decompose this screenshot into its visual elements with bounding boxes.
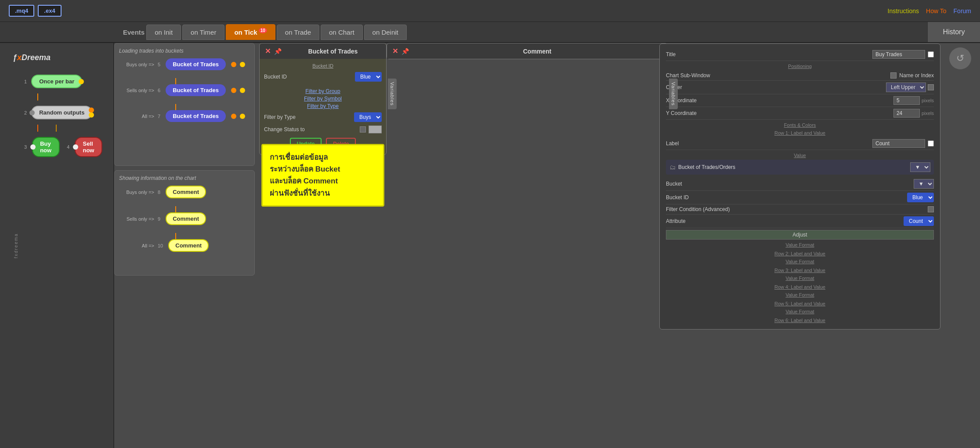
bucket-orders-label: Bucket of Trades/Orders	[678, 164, 735, 170]
forum-link[interactable]: Forum	[954, 7, 971, 14]
node-once-per-bar[interactable]: Once per bar	[31, 75, 82, 88]
sidebar-vertical-label: fxdreema	[14, 233, 18, 258]
chart-subwindow-checkbox[interactable]	[890, 72, 897, 79]
popup-bucket-title: Bucket of Trades	[285, 48, 381, 55]
tab-on-deinit[interactable]: on Deinit	[364, 25, 407, 40]
popup-close-bucket[interactable]: ✕	[265, 47, 271, 55]
popup-comment: ✕ 📌 Comment Title Positioning Chart Sub-…	[387, 43, 668, 59]
bucket-btn-5[interactable]: Bucket of Trades	[166, 58, 226, 70]
howto-link[interactable]: How To	[926, 7, 946, 14]
bucket-btn-6[interactable]: Bucket of Trades	[166, 84, 226, 96]
annotation-line2: ระหว่างบล็อค Bucket	[270, 163, 376, 175]
popup-comment-body: Title Positioning Chart Sub-Window Name …	[659, 43, 940, 330]
content-area: Loading trades into buckets Buys only =>…	[114, 43, 980, 448]
bucket-section-title: Bucket ID	[264, 63, 382, 68]
bucket-num-7: 7	[158, 114, 160, 119]
node-row-2: 2 Random outputs	[11, 106, 102, 119]
bucket-select[interactable]: ▼	[914, 179, 934, 189]
bucket-orders-row: 🗂 Bucket of Trades/Orders ▼	[666, 160, 934, 175]
popup-pin-comment[interactable]: 📌	[401, 48, 409, 55]
conn-line-2a	[37, 125, 38, 132]
bucket-num-6: 6	[158, 88, 160, 93]
trade-row-3: All => 7 Bucket of Trades	[119, 110, 250, 122]
comment-row-1: Buys only => 8 Comment	[119, 186, 250, 198]
y-coord-row: Y Coordinate pixels	[666, 107, 934, 120]
annotation-box: การเชื่อมต่อข้อมูล ระหว่างบล็อค Bucket แ…	[261, 144, 384, 207]
popup-close-comment[interactable]: ✕	[392, 47, 398, 55]
ex4-button[interactable]: .ex4	[38, 5, 61, 17]
tab-on-timer[interactable]: on Timer	[182, 25, 224, 40]
bucket-btn-7[interactable]: Bucket of Trades	[166, 110, 226, 122]
node-num-4: 4	[67, 144, 69, 150]
history-icon[interactable]: ↺	[949, 47, 971, 69]
y-coord-label: Y Coordinate	[666, 110, 893, 116]
trade-row-1: Buys only => 5 Bucket of Trades	[119, 58, 250, 70]
attribute-select[interactable]: Count	[904, 216, 934, 226]
comment-row-2: Sells only => 9 Comment	[119, 212, 250, 225]
value-format-1[interactable]: Value Format	[666, 241, 934, 248]
sidebar: fxdreema ƒxDreema 1 Once per bar 2 Rando…	[0, 43, 114, 448]
tab-on-trade[interactable]: on Trade	[277, 25, 319, 40]
node-buy-now[interactable]: Buy now	[32, 137, 60, 157]
comment-btn-8[interactable]: Comment	[166, 186, 206, 198]
top-links: Instructions How To Forum	[888, 7, 971, 14]
filter-group-link[interactable]: Filter by Group	[264, 88, 382, 94]
tab-on-tick[interactable]: on Tick10	[226, 24, 275, 40]
node-row-34: 3 Buy now 4 Sell now	[11, 137, 102, 157]
dot-7-out2	[240, 114, 245, 119]
conn-c-8	[175, 206, 176, 212]
comment-btn-10[interactable]: Comment	[168, 239, 209, 252]
node-sell-now[interactable]: Sell now	[75, 137, 102, 157]
comment-title-checkbox[interactable]	[928, 51, 934, 57]
filter-condition-label: Filter Condition (Advanced)	[666, 206, 928, 212]
variables-tab-bucket[interactable]: Variables	[388, 79, 397, 109]
conn-line-1	[37, 93, 38, 100]
label-checkbox[interactable]	[928, 140, 934, 147]
bucket-orders-select[interactable]: ▼	[910, 162, 930, 172]
value-format-5[interactable]: Value Format	[666, 308, 934, 315]
x-pixels-label: pixels	[922, 98, 934, 103]
x-coord-input[interactable]	[893, 96, 920, 105]
dot-6-out	[231, 88, 236, 93]
popup-pin-bucket[interactable]: 📌	[274, 48, 282, 55]
events-bar: Events on Init on Timer on Tick10 on Tra…	[0, 22, 980, 43]
dot-5-out	[231, 62, 236, 67]
tab-on-init[interactable]: on Init	[146, 25, 181, 40]
filter-type-select[interactable]: Buys	[354, 112, 382, 122]
comment-num-10: 10	[158, 243, 163, 248]
comment-title-input[interactable]	[872, 50, 925, 59]
dot-7-out	[231, 114, 236, 119]
node-1-out	[79, 79, 84, 84]
comment-num-8: 8	[158, 190, 160, 195]
node-random-outputs[interactable]: Random outputs	[31, 106, 92, 119]
variables-tab-comment[interactable]: Variables	[669, 79, 678, 109]
tab-on-chart[interactable]: on Chart	[321, 25, 363, 40]
top-bar: .mq4 .ex4 Instructions How To Forum	[0, 0, 980, 22]
adjust-button[interactable]: Adjust	[666, 230, 934, 240]
value-format-4[interactable]: Value Format	[666, 291, 934, 298]
y-coord-input[interactable]	[893, 109, 920, 118]
bucket-id-select[interactable]: Blue	[355, 72, 382, 82]
node-4-in	[73, 144, 78, 150]
corner-select[interactable]: Left Upper	[886, 82, 926, 92]
history-button[interactable]: History	[927, 22, 980, 42]
trade-row-2: Sells only => 6 Bucket of Trades	[119, 84, 250, 96]
value-format-2[interactable]: Value Format	[666, 258, 934, 265]
bucket-id-comment-select[interactable]: Blue	[907, 193, 934, 202]
value-format-3[interactable]: Value Format	[666, 275, 934, 282]
filter-symbol-link[interactable]: Filter by Symbol	[264, 96, 382, 102]
mq4-button[interactable]: .mq4	[9, 5, 34, 17]
label-input[interactable]	[872, 139, 925, 148]
comment-btn-9[interactable]: Comment	[166, 212, 206, 225]
filter-type-link[interactable]: Filter by Type	[264, 103, 382, 109]
conn-v-5	[175, 78, 176, 84]
change-status-checkbox[interactable]	[360, 126, 366, 133]
corner-checkbox[interactable]	[928, 84, 934, 90]
file-buttons: .mq4 .ex4	[9, 5, 61, 17]
bucket-num-5: 5	[158, 62, 160, 67]
filter-condition-checkbox[interactable]	[928, 206, 934, 212]
bucket-id-comment-row: Bucket ID Blue	[666, 191, 934, 204]
change-status-color[interactable]	[369, 125, 382, 133]
instructions-link[interactable]: Instructions	[888, 7, 919, 14]
trade-label-3: All =>	[119, 114, 154, 119]
